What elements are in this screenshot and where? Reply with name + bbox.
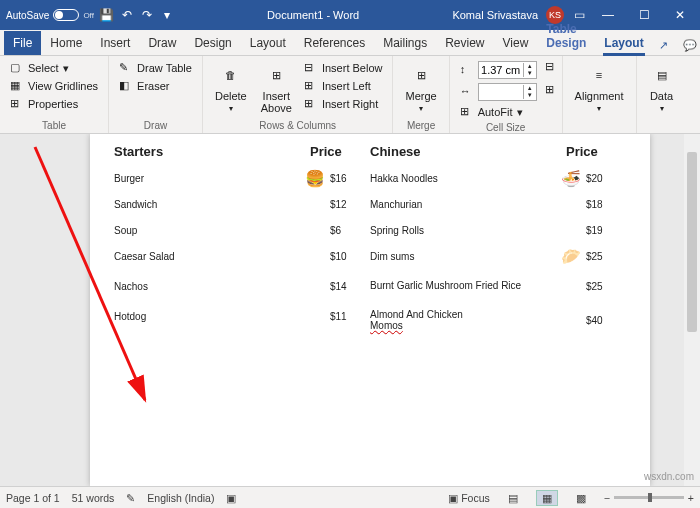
tab-table-design[interactable]: Table Design (537, 17, 595, 55)
col-price-left: Price (310, 144, 370, 159)
insert-left-button[interactable]: ⊞Insert Left (302, 78, 385, 94)
tab-mailings[interactable]: Mailings (374, 31, 436, 55)
burger-icon: 🍔 (304, 167, 326, 189)
tab-table-layout[interactable]: Layout (595, 31, 652, 55)
eraser-button[interactable]: ◧Eraser (117, 78, 194, 94)
tab-design[interactable]: Design (185, 31, 240, 55)
distribute-cols-icon[interactable]: ⊞ (545, 83, 554, 96)
properties-button[interactable]: ⊞Properties (8, 96, 100, 112)
group-cell-size: ↕▲▼ ↔▲▼ ⊞AutoFit ▾ ⊟ ⊞ Cell Size (450, 56, 563, 133)
status-bar: Page 1 of 1 51 words ✎ English (India) ▣… (0, 486, 700, 508)
redo-icon[interactable]: ↷ (140, 8, 154, 22)
tab-layout[interactable]: Layout (241, 31, 295, 55)
view-gridlines-button[interactable]: ▦View Gridlines (8, 78, 100, 94)
col-starters: Starters (114, 144, 310, 159)
comments-icon[interactable]: 💬 (679, 35, 700, 55)
merge-button[interactable]: ⊞Merge▾ (401, 60, 440, 115)
user-name[interactable]: Komal Srivastava (452, 9, 538, 21)
language[interactable]: English (India) (147, 492, 214, 504)
maximize-button[interactable]: ☐ (630, 8, 658, 22)
word-count[interactable]: 51 words (72, 492, 115, 504)
window-title: Document1 - Word (174, 9, 453, 21)
page-indicator[interactable]: Page 1 of 1 (6, 492, 60, 504)
group-table: ▢Select ▾ ▦View Gridlines ⊞Properties Ta… (0, 56, 109, 133)
spellcheck-icon[interactable]: ✎ (126, 492, 135, 504)
col-chinese: Chinese (370, 144, 566, 159)
tab-home[interactable]: Home (41, 31, 91, 55)
data-button[interactable]: ▤Data▾ (645, 60, 679, 115)
col-price-right: Price (566, 144, 626, 159)
ribbon: ▢Select ▾ ▦View Gridlines ⊞Properties Ta… (0, 56, 700, 134)
draw-table-button[interactable]: ✎Draw Table (117, 60, 194, 76)
minimize-button[interactable]: — (594, 8, 622, 22)
dimsum-icon: 🥟 (560, 245, 582, 267)
col-width-field[interactable]: ↔▲▼ (458, 82, 539, 102)
vertical-scrollbar[interactable] (684, 134, 700, 486)
tab-file[interactable]: File (4, 31, 41, 55)
read-mode-icon[interactable]: ▤ (502, 490, 524, 506)
alignment-button[interactable]: ≡Alignment▾ (571, 60, 628, 115)
focus-mode[interactable]: ▣ Focus (448, 492, 490, 504)
group-merge: ⊞Merge▾ Merge (393, 56, 449, 133)
delete-button[interactable]: 🗑Delete▾ (211, 60, 251, 115)
tab-review[interactable]: Review (436, 31, 493, 55)
group-alignment: ≡Alignment▾ (563, 56, 637, 133)
close-button[interactable]: ✕ (666, 8, 694, 22)
qat-dropdown-icon[interactable]: ▾ (160, 8, 174, 22)
share-icon[interactable]: ↗ (653, 35, 675, 55)
save-icon[interactable]: 💾 (100, 8, 114, 22)
ribbon-tabs: File Home Insert Draw Design Layout Refe… (0, 30, 700, 56)
undo-icon[interactable]: ↶ (120, 8, 134, 22)
group-data: ▤Data▾ (637, 56, 687, 133)
tab-draw[interactable]: Draw (139, 31, 185, 55)
zoom-control[interactable]: −+ (604, 492, 694, 504)
insert-right-button[interactable]: ⊞Insert Right (302, 96, 385, 112)
tab-insert[interactable]: Insert (91, 31, 139, 55)
distribute-rows-icon[interactable]: ⊟ (545, 60, 554, 73)
tab-view[interactable]: View (494, 31, 538, 55)
tab-references[interactable]: References (295, 31, 374, 55)
page[interactable]: StartersPrice Burger🍔$16 Sandwich$12 Sou… (90, 134, 650, 486)
insert-above-button[interactable]: ⊞Insert Above (257, 60, 296, 116)
select-button[interactable]: ▢Select ▾ (8, 60, 100, 76)
autosave-toggle[interactable]: AutoSave Off (6, 9, 94, 21)
insert-below-button[interactable]: ⊟Insert Below (302, 60, 385, 76)
accessibility-icon[interactable]: ▣ (226, 492, 236, 504)
noodles-icon: 🍜 (560, 167, 582, 189)
print-layout-icon[interactable]: ▦ (536, 490, 558, 506)
web-layout-icon[interactable]: ▩ (570, 490, 592, 506)
watermark: wsxdn.com (644, 471, 694, 482)
group-draw: ✎Draw Table ◧Eraser Draw (109, 56, 203, 133)
svg-rect-2 (687, 152, 697, 332)
group-rows-columns: 🗑Delete▾ ⊞Insert Above ⊟Insert Below ⊞In… (203, 56, 394, 133)
row-height-field[interactable]: ↕▲▼ (458, 60, 539, 80)
autofit-button[interactable]: ⊞AutoFit ▾ (458, 104, 539, 120)
document-area: StartersPrice Burger🍔$16 Sandwich$12 Sou… (0, 134, 700, 486)
